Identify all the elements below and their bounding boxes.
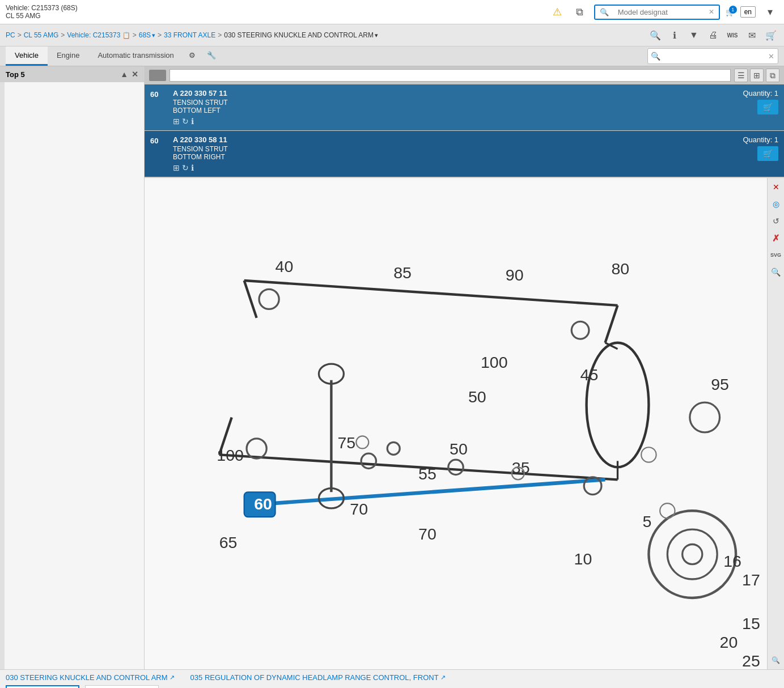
svg-point-5: [587, 343, 649, 468]
part-info-0: A 220 330 57 11 TENSION STRUT BOTTOM LEF…: [173, 89, 737, 126]
breadcrumb-68s-dropdown[interactable]: 68S ▾: [139, 31, 155, 39]
search-clear-icon[interactable]: ✕: [704, 6, 719, 18]
part-row-0: 60 A 220 330 57 11 TENSION STRUT BOTTOM …: [145, 84, 784, 131]
breadcrumb-front-axle[interactable]: 33 FRONT AXLE: [164, 31, 215, 39]
tab-search-clear[interactable]: ✕: [765, 50, 778, 63]
cart-icon[interactable]: 🛒 1: [726, 8, 735, 16]
breadcrumb-pc[interactable]: PC: [6, 31, 15, 39]
svg-text:80: 80: [612, 260, 630, 278]
svg-point-8: [649, 511, 736, 598]
svg-text:100: 100: [481, 353, 508, 371]
drawing-target-icon[interactable]: ◎: [769, 197, 783, 211]
add-to-cart-0[interactable]: 🛒: [757, 100, 778, 114]
svg-point-21: [690, 402, 720, 432]
part-table-icon-1[interactable]: ⊞: [173, 163, 180, 172]
drawing-close-icon[interactable]: ✕: [769, 180, 783, 194]
breadcrumb: PC > CL 55 AMG > Vehicle: C215373 📋 > 68…: [0, 24, 784, 46]
tab-vehicle[interactable]: Vehicle: [6, 46, 48, 66]
tab-icon2[interactable]: 🔧: [201, 46, 222, 66]
svg-point-48: [660, 503, 675, 518]
svg-text:40: 40: [276, 257, 294, 275]
thumbnail-1[interactable]: [85, 685, 159, 688]
parts-list-panel: ☰ ⊞ ⧉ 60 A 220 330 57 11 TENSION STRUT B…: [145, 66, 784, 178]
svg-text:75: 75: [337, 434, 355, 452]
search-input[interactable]: [613, 6, 704, 19]
thumbnails: [6, 685, 778, 688]
cart-badge: 1: [729, 6, 737, 14]
vehicle-title: Vehicle: C215373 (68S): [6, 4, 544, 12]
drawing-tools: ✕ ◎ ↺ ✗ SVG 🔍 🔍: [767, 178, 784, 669]
wis-icon[interactable]: WIS: [725, 28, 740, 43]
tab-search-icon[interactable]: 🔍: [648, 49, 663, 63]
part-table-icon-0[interactable]: ⊞: [173, 117, 180, 126]
warning-icon[interactable]: ⚠: [549, 3, 566, 20]
parts-list-header: ☰ ⊞ ⧉: [145, 66, 784, 84]
sidebar-close-icon[interactable]: ✕: [132, 70, 138, 79]
part-number-0[interactable]: A 220 330 57 11: [173, 89, 737, 97]
breadcrumb-68s[interactable]: 68S: [139, 31, 151, 39]
drawing-zoom-in-icon[interactable]: 🔍: [769, 265, 783, 279]
sidebar-scrollbar[interactable]: [0, 82, 5, 669]
breadcrumb-steering-dropdown[interactable]: 030 STEERING KNUCKLE AND CONTROL ARM ▾: [224, 31, 378, 39]
sidebar-collapse-icon[interactable]: ▲: [120, 70, 128, 79]
tab-search: 🔍 ✕: [647, 48, 778, 64]
tabs: Vehicle Engine Automatic transmission ⚙ …: [0, 46, 784, 66]
svg-text:55: 55: [418, 465, 437, 483]
svg-line-11: [257, 479, 605, 504]
part-qty-label-1: Quantity: 1: [743, 135, 778, 144]
parts-list-handle[interactable]: [149, 70, 166, 81]
svg-text:15: 15: [742, 614, 760, 632]
add-to-cart-1[interactable]: 🛒: [757, 146, 778, 161]
search-icon[interactable]: 🔍: [595, 6, 613, 19]
thumbnail-0[interactable]: [6, 685, 79, 688]
breadcrumb-steering[interactable]: 030 STEERING KNUCKLE AND CONTROL ARM: [224, 31, 374, 39]
svg-line-2: [605, 305, 618, 343]
tab-engine[interactable]: Engine: [48, 46, 88, 66]
svg-point-9: [667, 529, 717, 579]
part-info-icon-0[interactable]: ℹ: [191, 117, 194, 126]
part-info-icon-1[interactable]: ℹ: [191, 163, 194, 172]
mail-icon[interactable]: ✉: [744, 28, 759, 43]
drawing-svg-icon[interactable]: SVG: [769, 248, 783, 262]
chevron-down-icon[interactable]: ▾: [761, 3, 778, 20]
drawing-zoom-out-icon[interactable]: 🔍: [769, 653, 783, 667]
part-desc2-0: BOTTOM LEFT: [173, 107, 737, 114]
part-action-icons-0: ⊞ ↻ ℹ: [173, 117, 737, 126]
parts-list-icon[interactable]: ☰: [734, 69, 748, 82]
part-desc2-1: BOTTOM RIGHT: [173, 153, 737, 161]
info-icon[interactable]: ℹ: [667, 28, 682, 43]
svg-text:25: 25: [742, 652, 760, 669]
thumb-label-1[interactable]: 035 REGULATION OF DYNAMIC HEADLAMP RANGE…: [190, 673, 446, 682]
tab-search-input[interactable]: [663, 50, 765, 63]
part-desc-0: TENSION STRUT: [173, 99, 737, 107]
parts-filter-input[interactable]: [169, 69, 731, 82]
drawing-history-icon[interactable]: ↺: [769, 214, 783, 228]
print-icon[interactable]: 🖨: [706, 28, 721, 43]
svg-text:20: 20: [720, 633, 738, 651]
filter-icon[interactable]: ▼: [686, 28, 701, 43]
svg-text:50: 50: [468, 388, 486, 406]
tab-automatic-transmission[interactable]: Automatic transmission: [88, 46, 183, 66]
part-refresh-icon-1[interactable]: ↻: [182, 163, 189, 172]
part-row-1: 60 A 220 330 58 11 TENSION STRUT BOTTOM …: [145, 131, 784, 177]
thumb-label-0[interactable]: 030 STEERING KNUCKLE AND CONTROL ARM ↗: [6, 673, 175, 682]
svg-line-1: [244, 281, 257, 318]
cart-bc-icon[interactable]: 🛒: [764, 28, 778, 43]
parts-filter-bar: [169, 69, 731, 82]
part-refresh-icon-0[interactable]: ↻: [182, 117, 189, 126]
breadcrumb-vehicle[interactable]: Vehicle: C215373 📋: [67, 31, 130, 39]
header-search: 🔍 ✕: [594, 5, 720, 20]
parts-copy-icon[interactable]: ⧉: [766, 69, 779, 82]
thumb-external-icon-0: ↗: [169, 674, 175, 681]
svg-text:100: 100: [217, 446, 244, 464]
drawing-cross-icon[interactable]: ✗: [769, 231, 783, 245]
tab-icon1[interactable]: ⚙: [183, 46, 201, 66]
svg-point-15: [571, 321, 589, 339]
lang-selector[interactable]: en: [740, 6, 756, 18]
breadcrumb-cl55[interactable]: CL 55 AMG: [24, 31, 59, 39]
copy-icon[interactable]: ⧉: [571, 3, 588, 20]
zoom-in-icon[interactable]: 🔍: [648, 28, 663, 43]
part-number-1[interactable]: A 220 330 58 11: [173, 135, 737, 144]
content-area: ☰ ⊞ ⧉ 60 A 220 330 57 11 TENSION STRUT B…: [145, 66, 784, 669]
parts-expand-icon[interactable]: ⊞: [750, 69, 764, 82]
